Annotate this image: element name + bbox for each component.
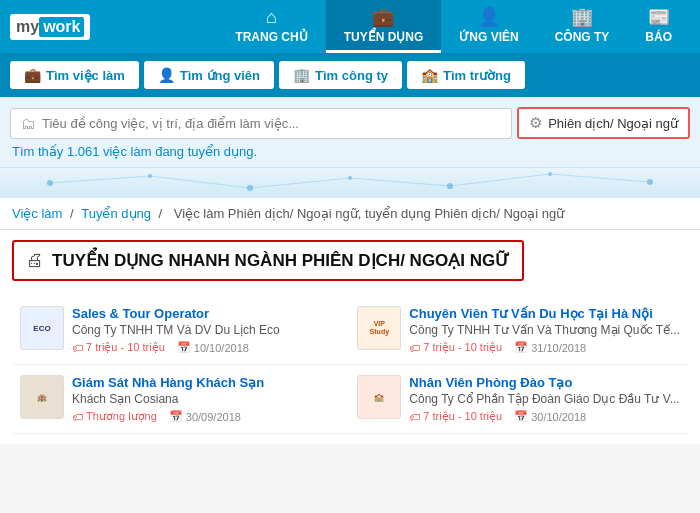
tab-tim-ung-vien-label: Tìm ứng viên — [180, 68, 260, 83]
search-main-box: 🗂 — [10, 108, 512, 139]
job-date: 📅 30/10/2018 — [514, 410, 586, 423]
tab-tim-ung-vien[interactable]: 👤 Tìm ứng viên — [144, 61, 274, 89]
job-logo: 🏨 — [20, 375, 64, 419]
tab-cong-ty-icon: 🏢 — [293, 67, 310, 83]
job-salary: 🏷 7 triệu - 10 triệu — [72, 341, 165, 354]
search-category-value: Phiên dịch/ Ngoại ngữ — [548, 116, 678, 131]
calendar-icon: 📅 — [514, 410, 528, 423]
main-nav: ⌂ TRANG CHỦ 💼 TUYỂN DỤNG 👤 ỨNG VIÊN 🏢 CÔ… — [217, 0, 690, 53]
salary-icon: 🏷 — [409, 342, 420, 354]
tab-tim-viec[interactable]: 💼 Tìm việc làm — [10, 61, 139, 89]
nav-ung-vien[interactable]: 👤 ỨNG VIÊN — [441, 0, 536, 53]
search-briefcase-icon: 🗂 — [21, 115, 36, 132]
logo-work: work — [39, 17, 84, 37]
job-item[interactable]: 🏫 Nhân Viên Phòng Đào Tạo Công Ty Cổ Phầ… — [349, 365, 688, 434]
nav-bao[interactable]: 📰 BÁO — [627, 0, 690, 53]
building-icon: 🏢 — [571, 6, 593, 28]
calendar-icon: 📅 — [514, 341, 528, 354]
search-section: 🗂 ⚙ Phiên dịch/ Ngoại ngữ Tìm thấy 1.061… — [0, 97, 700, 168]
svg-line-7 — [50, 176, 150, 183]
breadcrumb-viec-lam[interactable]: Việc làm — [12, 206, 62, 221]
job-date: 📅 30/09/2018 — [169, 410, 241, 423]
nav-ung-vien-label: ỨNG VIÊN — [459, 30, 518, 44]
tabs-bar: 💼 Tìm việc làm 👤 Tìm ứng viên 🏢 Tìm công… — [0, 53, 700, 97]
job-company: Khách Sạn Cosiana — [72, 392, 341, 406]
newspaper-icon: 📰 — [648, 6, 670, 28]
nav-trang-chu-label: TRANG CHỦ — [235, 30, 307, 44]
job-item[interactable]: VIPStudy Chuyên Viên Tư Vấn Du Học Tại H… — [349, 296, 688, 365]
job-company: Công Ty TNHH Tư Vấn Và Thương Mại Quốc T… — [409, 323, 680, 337]
search-row: 🗂 ⚙ Phiên dịch/ Ngoại ngữ — [10, 107, 690, 139]
tab-truong-icon: 🏫 — [421, 67, 438, 83]
nav-cong-ty-label: CÔNG TY — [555, 30, 610, 44]
calendar-icon: 📅 — [177, 341, 191, 354]
breadcrumb-sep1: / — [70, 206, 77, 221]
job-item[interactable]: 🏨 Giám Sát Nhà Hàng Khách Sạn Khách Sạn … — [12, 365, 349, 434]
job-item[interactable]: ECO Sales & Tour Operator Công Ty TNHH T… — [12, 296, 349, 365]
tab-viec-icon: 💼 — [24, 67, 41, 83]
header: mywork ⌂ TRANG CHỦ 💼 TUYỂN DỤNG 👤 ỨNG VI… — [0, 0, 700, 53]
svg-line-9 — [250, 178, 350, 188]
job-company: Công Ty TNHH TM Và DV Du Lịch Eco — [72, 323, 341, 337]
tab-tim-truong[interactable]: 🏫 Tìm trường — [407, 61, 525, 89]
nav-tuyen-dung[interactable]: 💼 TUYỂN DỤNG — [326, 0, 442, 53]
search-category-box[interactable]: ⚙ Phiên dịch/ Ngoại ngữ — [517, 107, 690, 139]
logo[interactable]: mywork — [10, 14, 90, 40]
main-content: 🖨 TUYỂN DỤNG NHANH NGÀNH PHIÊN DỊCH/ NGO… — [0, 230, 700, 444]
tab-ung-vien-icon: 👤 — [158, 67, 175, 83]
salary-icon: 🏷 — [72, 411, 83, 423]
nav-cong-ty[interactable]: 🏢 CÔNG TY — [537, 0, 628, 53]
nav-tuyen-dung-label: TUYỂN DỤNG — [344, 30, 424, 44]
search-result-count: Tìm thấy 1.061 việc làm đang tuyển dụng. — [10, 139, 690, 162]
decorative-bg — [0, 168, 700, 198]
search-input[interactable] — [42, 116, 501, 131]
home-icon: ⌂ — [266, 7, 277, 28]
salary-icon: 🏷 — [409, 411, 420, 423]
settings-icon: ⚙ — [529, 114, 542, 132]
job-info: Sales & Tour Operator Công Ty TNHH TM Và… — [72, 306, 341, 354]
job-date: 📅 10/10/2018 — [177, 341, 249, 354]
breadcrumb-tuyen-dung[interactable]: Tuyển dụng — [81, 206, 151, 221]
breadcrumb-sep2: / — [159, 206, 166, 221]
nav-trang-chu[interactable]: ⌂ TRANG CHỦ — [217, 0, 325, 53]
job-logo: VIPStudy — [357, 306, 401, 350]
job-salary: 🏷 7 triệu - 10 triệu — [409, 410, 502, 423]
job-salary: 🏷 Thương lượng — [72, 410, 157, 423]
job-info: Nhân Viên Phòng Đào Tạo Công Ty Cổ Phần … — [409, 375, 680, 423]
job-logo: 🏫 — [357, 375, 401, 419]
job-date: 📅 31/10/2018 — [514, 341, 586, 354]
job-title: Giám Sát Nhà Hàng Khách Sạn — [72, 375, 341, 390]
salary-icon: 🏷 — [72, 342, 83, 354]
svg-line-12 — [550, 174, 650, 182]
calendar-icon: 📅 — [169, 410, 183, 423]
job-meta: 🏷 7 triệu - 10 triệu 📅 31/10/2018 — [409, 341, 680, 354]
svg-line-8 — [150, 176, 250, 188]
tab-tim-cong-ty-label: Tìm công ty — [315, 68, 388, 83]
breadcrumb-current: Việc làm Phiên dịch/ Ngoại ngữ, tuyển dụ… — [174, 206, 564, 221]
tab-tim-truong-label: Tìm trường — [443, 68, 511, 83]
logo-my: my — [16, 18, 39, 36]
person-icon: 👤 — [478, 6, 500, 28]
job-info: Chuyên Viên Tư Vấn Du Học Tại Hà Nội Côn… — [409, 306, 680, 354]
svg-line-11 — [450, 174, 550, 186]
section-title-box: 🖨 TUYỂN DỤNG NHANH NGÀNH PHIÊN DỊCH/ NGO… — [12, 240, 524, 281]
job-company: Công Ty Cổ Phần Tập Đoàn Giáo Dục Đầu Tư… — [409, 392, 680, 406]
job-listing-grid: ECO Sales & Tour Operator Công Ty TNHH T… — [12, 296, 688, 434]
tab-tim-cong-ty[interactable]: 🏢 Tìm công ty — [279, 61, 402, 89]
job-meta: 🏷 7 triệu - 10 triệu 📅 30/10/2018 — [409, 410, 680, 423]
section-title: TUYỂN DỤNG NHANH NGÀNH PHIÊN DỊCH/ NGOẠI… — [52, 250, 510, 271]
job-salary: 🏷 7 triệu - 10 triệu — [409, 341, 502, 354]
svg-line-10 — [350, 178, 450, 186]
job-meta: 🏷 7 triệu - 10 triệu 📅 10/10/2018 — [72, 341, 341, 354]
nav-bao-label: BÁO — [645, 30, 672, 44]
title-printer-icon: 🖨 — [26, 250, 44, 271]
job-info: Giám Sát Nhà Hàng Khách Sạn Khách Sạn Co… — [72, 375, 341, 423]
breadcrumb: Việc làm / Tuyển dụng / Việc làm Phiên d… — [0, 198, 700, 230]
job-meta: 🏷 Thương lượng 📅 30/09/2018 — [72, 410, 341, 423]
job-title: Sales & Tour Operator — [72, 306, 341, 321]
briefcase-icon: 💼 — [372, 6, 394, 28]
tab-tim-viec-label: Tìm việc làm — [46, 68, 125, 83]
job-title: Chuyên Viên Tư Vấn Du Học Tại Hà Nội — [409, 306, 680, 321]
job-logo: ECO — [20, 306, 64, 350]
job-title: Nhân Viên Phòng Đào Tạo — [409, 375, 680, 390]
